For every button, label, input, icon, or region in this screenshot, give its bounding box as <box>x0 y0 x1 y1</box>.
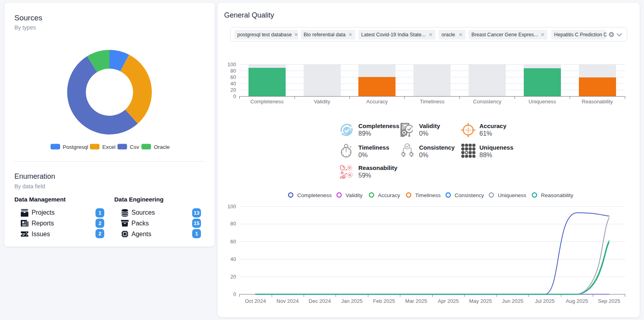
svg-text:Oracle: Oracle <box>154 144 170 150</box>
svg-text:Uniqueness: Uniqueness <box>529 99 556 105</box>
svg-text:80: 80 <box>231 221 236 227</box>
svg-text:Reasonability: Reasonability <box>541 192 573 198</box>
svg-text:20: 20 <box>231 87 236 93</box>
svg-text:Sep 2025: Sep 2025 <box>598 298 620 304</box>
svg-text:100: 100 <box>227 61 236 67</box>
svg-text:Consistency: Consistency <box>473 99 501 105</box>
svg-text:Feb 2025: Feb 2025 <box>373 298 395 304</box>
svg-text:Aug 2025: Aug 2025 <box>566 298 588 304</box>
svg-text:Jun 2025: Jun 2025 <box>502 298 523 304</box>
svg-text:20: 20 <box>231 274 236 280</box>
svg-text:Consistency: Consistency <box>455 192 484 198</box>
svg-text:Mar 2025: Mar 2025 <box>405 298 427 304</box>
svg-text:Validity: Validity <box>314 99 330 105</box>
svg-text:May 2025: May 2025 <box>469 298 492 304</box>
svg-text:Reasonability: Reasonability <box>582 99 613 105</box>
svg-text:Accuracy: Accuracy <box>366 99 388 105</box>
svg-text:Dec 2024: Dec 2024 <box>309 298 331 304</box>
svg-text:60: 60 <box>231 239 236 245</box>
svg-text:40: 40 <box>231 81 236 87</box>
svg-text:Accuracy: Accuracy <box>378 192 400 198</box>
svg-text:Excel: Excel <box>102 144 115 150</box>
svg-text:40: 40 <box>231 256 236 262</box>
svg-text:Csv: Csv <box>130 144 139 150</box>
svg-text:Completeness: Completeness <box>250 99 284 105</box>
svg-text:Oct 2024: Oct 2024 <box>245 298 266 304</box>
svg-text:Validity: Validity <box>346 192 363 198</box>
svg-text:60: 60 <box>231 74 236 80</box>
svg-text:Apr 2025: Apr 2025 <box>438 298 459 304</box>
svg-text:Completeness: Completeness <box>297 192 332 198</box>
svg-text:0: 0 <box>233 291 236 297</box>
svg-text:Nov 2024: Nov 2024 <box>276 298 299 304</box>
svg-text:80: 80 <box>231 68 236 74</box>
svg-text:?: ? <box>342 166 344 170</box>
svg-text:Jul 2025: Jul 2025 <box>535 298 555 304</box>
svg-text:Postgresql: Postgresql <box>63 144 88 150</box>
svg-text:0: 0 <box>233 93 236 99</box>
svg-text:Timeliness: Timeliness <box>415 192 441 198</box>
svg-text:Jan 2025: Jan 2025 <box>341 298 363 304</box>
svg-text:100: 100 <box>227 203 236 209</box>
svg-text:Uniqueness: Uniqueness <box>498 192 527 198</box>
svg-text:Timeliness: Timeliness <box>420 99 445 105</box>
